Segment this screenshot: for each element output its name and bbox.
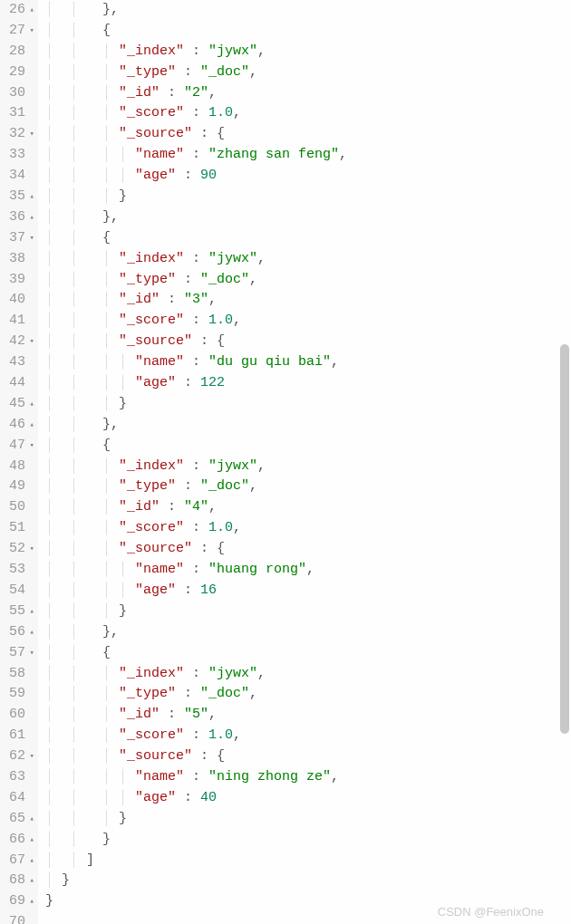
line-number: 49 (7, 476, 34, 497)
line-number: 50 (7, 497, 34, 518)
code-line[interactable]: │ } (45, 871, 571, 891)
code-line[interactable]: │ │ { (45, 228, 571, 249)
line-number: 44 (7, 373, 34, 394)
line-number: 61 (7, 726, 34, 746)
fold-marker-icon[interactable]: ▴ (27, 602, 34, 622)
fold-marker-icon[interactable]: ▴ (27, 830, 34, 851)
code-line[interactable]: │ │ │ "_source" : { (45, 332, 571, 352)
code-line[interactable]: │ │ │ │ "name" : "zhang san feng", (45, 145, 571, 166)
line-number: 66▴ (7, 830, 34, 851)
line-number: 47▾ (7, 436, 34, 457)
fold-marker-icon[interactable]: ▴ (27, 851, 34, 871)
code-line[interactable]: │ │ │ } (45, 187, 571, 207)
fold-marker-icon[interactable]: ▾ (27, 643, 34, 664)
line-number: 34 (7, 166, 34, 187)
code-line[interactable]: │ │ │ "_id" : "3", (45, 290, 571, 311)
code-line[interactable]: │ │ │ "_score" : 1.0, (45, 726, 571, 746)
code-line[interactable]: │ │ │ "_type" : "_doc", (45, 684, 571, 705)
code-line[interactable]: │ │ { (45, 21, 571, 42)
code-line[interactable]: │ │ ] (45, 851, 571, 871)
fold-marker-icon[interactable]: ▾ (27, 746, 34, 767)
code-line[interactable]: │ │ │ "_index" : "jywx", (45, 249, 571, 270)
line-number: 38 (7, 249, 34, 270)
line-number: 60 (7, 705, 34, 726)
line-number: 45▴ (7, 394, 34, 415)
code-line[interactable]: │ │ │ │ "name" : "du gu qiu bai", (45, 352, 571, 373)
line-number: 42▾ (7, 332, 34, 352)
code-line[interactable]: │ │ │ │ "name" : "huang rong", (45, 560, 571, 581)
fold-marker-icon[interactable]: ▴ (27, 871, 34, 891)
code-line[interactable]: │ │ │ │ "name" : "ning zhong ze", (45, 767, 571, 788)
line-number: 69▴ (7, 891, 34, 912)
line-number-gutter: 26▴27▾2829303132▾333435▴36▴37▾3839404142… (0, 0, 38, 924)
fold-marker-icon[interactable]: ▾ (27, 124, 34, 145)
code-line[interactable]: │ │ { (45, 643, 571, 664)
code-line[interactable]: │ │ │ "_index" : "jywx", (45, 42, 571, 63)
line-number: 46▴ (7, 415, 34, 436)
fold-marker-icon[interactable]: ▾ (27, 332, 34, 352)
fold-marker-icon[interactable]: ▴ (27, 187, 34, 207)
line-number: 39 (7, 270, 34, 291)
watermark-text: CSDN @FeenixOne (438, 905, 544, 919)
line-number: 52▾ (7, 539, 34, 560)
line-number: 31 (7, 103, 34, 124)
code-line[interactable]: │ │ │ "_type" : "_doc", (45, 270, 571, 291)
code-line[interactable]: │ │ │ "_source" : { (45, 746, 571, 767)
line-number: 63 (7, 767, 34, 788)
code-line[interactable]: │ │ │ "_source" : { (45, 539, 571, 560)
code-line[interactable]: │ │ │ "_type" : "_doc", (45, 63, 571, 83)
fold-marker-icon[interactable]: ▾ (27, 436, 34, 457)
fold-marker-icon[interactable]: ▴ (27, 622, 34, 643)
code-line[interactable]: │ │ │ "_index" : "jywx", (45, 664, 571, 685)
code-line[interactable]: │ │ │ "_score" : 1.0, (45, 103, 571, 124)
line-number: 53 (7, 560, 34, 581)
line-number: 29 (7, 63, 34, 83)
fold-marker-icon[interactable]: ▴ (27, 394, 34, 415)
code-editor-content[interactable]: │ │ },│ │ {│ │ │ "_index" : "jywx",│ │ │… (38, 0, 571, 924)
code-line[interactable]: │ │ }, (45, 622, 571, 643)
line-number: 28 (7, 42, 34, 63)
line-number: 43 (7, 352, 34, 373)
fold-marker-icon[interactable]: ▴ (27, 0, 34, 21)
fold-marker-icon[interactable]: ▾ (27, 228, 34, 249)
code-line[interactable]: │ │ │ "_id" : "5", (45, 705, 571, 726)
fold-marker-icon[interactable]: ▴ (27, 891, 34, 912)
line-number: 35▴ (7, 187, 34, 207)
line-number: 57▾ (7, 643, 34, 664)
code-line[interactable]: │ │ │ │ "age" : 90 (45, 166, 571, 187)
vertical-scrollbar[interactable] (560, 344, 569, 734)
code-line[interactable]: │ │ │ } (45, 394, 571, 415)
fold-marker-icon[interactable]: ▴ (27, 415, 34, 436)
line-number: 30 (7, 83, 34, 104)
line-number: 62▾ (7, 746, 34, 767)
code-line[interactable]: │ │ │ "_id" : "4", (45, 497, 571, 518)
line-number: 65▴ (7, 809, 34, 830)
code-line[interactable]: │ │ │ "_id" : "2", (45, 83, 571, 104)
code-line[interactable]: │ │ │ │ "age" : 122 (45, 373, 571, 394)
code-line[interactable]: │ │ │ "_score" : 1.0, (45, 518, 571, 539)
code-line[interactable]: │ │ }, (45, 415, 571, 436)
fold-marker-icon[interactable]: ▴ (27, 809, 34, 830)
code-line[interactable]: │ │ │ } (45, 809, 571, 830)
code-line[interactable]: │ │ │ "_source" : { (45, 124, 571, 145)
line-number: 33 (7, 145, 34, 166)
code-line[interactable]: │ │ │ } (45, 602, 571, 622)
code-line[interactable]: │ │ }, (45, 0, 571, 21)
code-line[interactable]: │ │ │ "_score" : 1.0, (45, 311, 571, 332)
code-line[interactable]: │ │ } (45, 830, 571, 851)
code-line[interactable]: │ │ │ │ "age" : 16 (45, 581, 571, 602)
fold-marker-icon[interactable]: ▾ (27, 21, 34, 42)
line-number: 54 (7, 581, 34, 602)
fold-marker-icon[interactable]: ▴ (27, 207, 34, 228)
code-line[interactable]: │ │ }, (45, 207, 571, 228)
fold-marker-icon[interactable]: ▾ (27, 539, 34, 560)
line-number: 40 (7, 290, 34, 311)
line-number: 51 (7, 518, 34, 539)
line-number: 26▴ (7, 0, 34, 21)
code-line[interactable]: │ │ │ "_index" : "jywx", (45, 457, 571, 477)
code-line[interactable]: │ │ │ │ "age" : 40 (45, 788, 571, 809)
line-number: 67▴ (7, 851, 34, 871)
code-line[interactable]: │ │ { (45, 436, 571, 457)
line-number: 41 (7, 311, 34, 332)
code-line[interactable]: │ │ │ "_type" : "_doc", (45, 476, 571, 497)
